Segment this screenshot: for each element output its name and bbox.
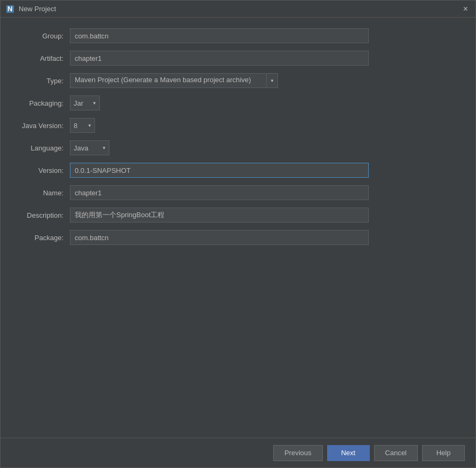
type-select-value: Maven Project (Generate a Maven based pr… [70,73,266,88]
new-project-dialog: N New Project × Group: Artifact: Type: M… [0,0,476,468]
language-select-wrapper: Java Kotlin Groovy [70,140,109,155]
language-row: Language: Java Kotlin Groovy [17,140,459,155]
name-input[interactable] [70,185,369,200]
type-dropdown-button[interactable]: ▼ [266,73,278,88]
artifact-label: Artifact: [17,54,70,62]
help-button[interactable]: Help [422,445,465,461]
form-content: Group: Artifact: Type: Maven Project (Ge… [1,18,475,438]
language-select[interactable]: Java Kotlin Groovy [70,140,109,155]
title-bar: N New Project × [1,1,475,18]
description-input[interactable] [70,208,369,223]
version-row: Version: [17,163,459,178]
artifact-input[interactable] [70,51,369,66]
description-label: Description: [17,211,70,219]
package-row: Package: [17,230,459,245]
package-label: Package: [17,234,70,242]
packaging-select-wrapper: Jar War [70,96,100,110]
packaging-row: Packaging: Jar War [17,96,459,110]
type-label: Type: [17,77,70,85]
java-version-row: Java Version: 8 11 17 [17,118,459,133]
java-version-select[interactable]: 8 11 17 [70,118,95,133]
package-input[interactable] [70,230,369,245]
svg-text:N: N [7,5,12,13]
artifact-row: Artifact: [17,51,459,66]
group-row: Group: [17,28,459,43]
language-label: Language: [17,144,70,152]
type-row: Type: Maven Project (Generate a Maven ba… [17,73,459,88]
description-row: Description: [17,208,459,223]
type-select-wrapper: Maven Project (Generate a Maven based pr… [70,73,278,88]
previous-button[interactable]: Previous [273,445,323,461]
next-button[interactable]: Next [327,445,370,461]
version-input[interactable] [70,163,369,178]
java-version-select-wrapper: 8 11 17 [70,118,95,133]
packaging-label: Packaging: [17,99,70,107]
group-input[interactable] [70,28,369,43]
new-project-icon: N [6,5,14,13]
close-button[interactable]: × [461,4,470,14]
packaging-select[interactable]: Jar War [70,96,100,110]
java-version-label: Java Version: [17,122,70,130]
title-bar-left: N New Project [6,5,56,13]
name-label: Name: [17,189,70,197]
group-label: Group: [17,32,70,40]
cancel-button[interactable]: Cancel [374,445,418,461]
version-label: Version: [17,166,70,174]
name-row: Name: [17,185,459,200]
dialog-footer: Previous Next Cancel Help [1,438,475,467]
dialog-title: New Project [19,5,56,13]
